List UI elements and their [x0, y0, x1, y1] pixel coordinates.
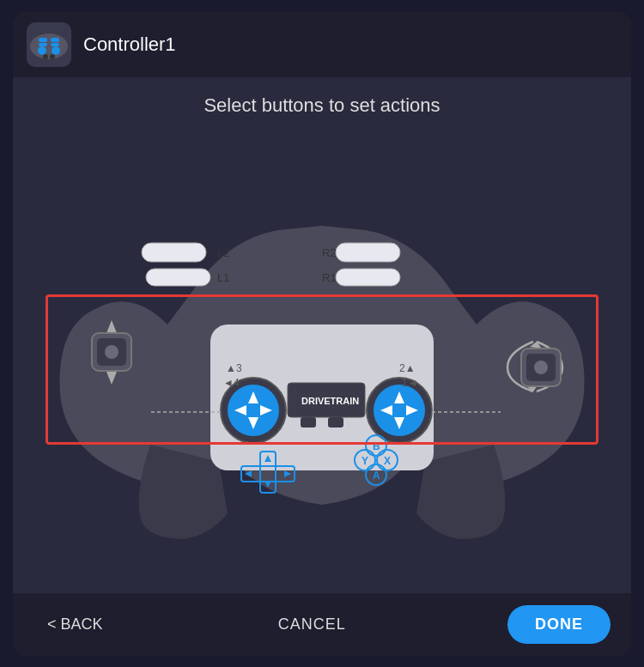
controller-svg: L2 R2 L1 R1 — [30, 153, 614, 565]
svg-rect-4 — [39, 43, 47, 46]
svg-rect-51 — [301, 417, 316, 427]
svg-point-6 — [38, 46, 46, 55]
svg-text:▲3: ▲3 — [226, 362, 242, 374]
svg-point-7 — [52, 46, 60, 55]
bottom-bar: < BACK CANCEL DONE — [13, 593, 631, 656]
svg-point-9 — [50, 54, 55, 59]
svg-point-1 — [30, 33, 68, 59]
done-button[interactable]: DONE — [507, 605, 611, 644]
svg-text:DRIVETRAIN: DRIVETRAIN — [301, 396, 359, 406]
cancel-button[interactable]: CANCEL — [261, 607, 363, 642]
svg-text:L2: L2 — [217, 246, 229, 259]
svg-rect-52 — [328, 417, 343, 427]
svg-text:◄4: ◄4 — [223, 377, 240, 389]
svg-text:1◄: 1◄ — [402, 377, 418, 389]
main-dialog: Controller1 Select buttons to set action… — [13, 12, 631, 656]
svg-rect-2 — [39, 38, 47, 42]
svg-text:R1: R1 — [322, 271, 337, 284]
svg-text:2▲: 2▲ — [399, 362, 416, 374]
controller-wrapper: L2 R2 L1 R1 — [30, 153, 614, 565]
controller-area: L2 R2 L1 R1 — [13, 125, 631, 593]
svg-text:X: X — [384, 455, 391, 467]
svg-rect-3 — [51, 38, 59, 42]
title-area: Select buttons to set actions — [13, 77, 631, 125]
svg-text:B: B — [373, 440, 380, 452]
svg-rect-11 — [142, 243, 206, 262]
back-button[interactable]: < BACK — [33, 607, 117, 642]
svg-text:R2: R2 — [322, 246, 337, 259]
svg-point-57 — [105, 345, 118, 359]
svg-text:L1: L1 — [217, 271, 229, 284]
svg-point-62 — [534, 361, 548, 374]
svg-rect-15 — [146, 269, 210, 286]
page-title: Select buttons to set actions — [204, 94, 440, 116]
top-bar: Controller1 — [13, 12, 631, 77]
svg-point-8 — [43, 54, 48, 59]
svg-rect-5 — [51, 43, 59, 46]
svg-rect-18 — [336, 269, 400, 286]
controller-name-label: Controller1 — [83, 33, 176, 56]
svg-text:Y: Y — [361, 455, 368, 467]
svg-rect-14 — [336, 243, 400, 262]
svg-text:A: A — [373, 470, 380, 482]
controller-icon — [27, 22, 71, 67]
